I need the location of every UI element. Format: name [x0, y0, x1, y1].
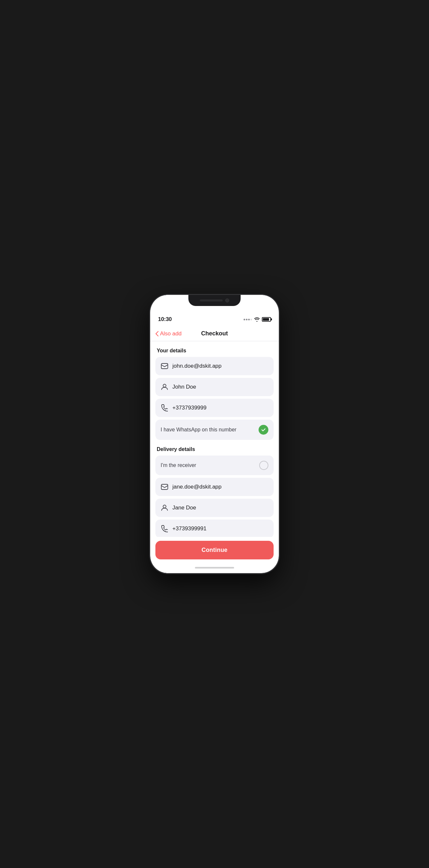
page-title: Checkout [201, 330, 228, 337]
notch [188, 295, 241, 306]
your-email-value: john.doe@dskit.app [173, 363, 268, 369]
delivery-phone-field[interactable]: +3739399991 [155, 520, 274, 537]
svg-rect-2 [161, 484, 168, 490]
home-indicator [150, 562, 279, 573]
your-phone-value: +3737939999 [173, 405, 268, 411]
your-name-field[interactable]: John Doe [155, 378, 274, 396]
status-icons [244, 317, 271, 322]
nav-header: Also add Checkout [150, 328, 279, 341]
notch-camera [225, 299, 229, 302]
whatsapp-toggle-label: I have WhatsApp on this number [161, 427, 258, 433]
your-name-value: John Doe [173, 384, 268, 390]
your-phone-field[interactable]: +3737939999 [155, 399, 274, 417]
phone-icon [161, 404, 168, 412]
notch-pill [200, 300, 223, 302]
svg-point-3 [163, 505, 166, 508]
person-icon [161, 383, 168, 391]
home-bar [195, 567, 234, 568]
back-button[interactable]: Also add [155, 331, 182, 337]
receiver-toggle-row[interactable]: I'm the receiver [155, 456, 274, 475]
delivery-email-value: jane.doe@dskit.app [173, 484, 268, 490]
delivery-email-icon [161, 483, 168, 491]
phone-frame: 10:30 [150, 295, 279, 573]
status-time: 10:30 [158, 316, 172, 323]
continue-button[interactable]: Continue [155, 541, 274, 559]
delivery-phone-icon [161, 525, 168, 533]
your-email-field[interactable]: john.doe@dskit.app [155, 357, 274, 375]
svg-point-1 [163, 384, 166, 387]
delivery-email-field[interactable]: jane.doe@dskit.app [155, 478, 274, 496]
whatsapp-toggle-checked [258, 425, 268, 435]
delivery-phone-value: +3739399991 [173, 525, 268, 532]
svg-rect-0 [161, 364, 168, 369]
battery-icon [262, 317, 271, 322]
delivery-name-field[interactable]: Jane Doe [155, 499, 274, 517]
status-bar: 10:30 [150, 311, 279, 328]
your-details-label: Your details [155, 348, 274, 354]
scroll-content: Your details john.doe@dskit.app [150, 341, 279, 537]
bottom-area: Continue [150, 537, 279, 562]
receiver-toggle-label: I'm the receiver [161, 462, 259, 468]
notch-area [150, 295, 279, 311]
signal-icon [244, 319, 252, 320]
phone-screen: 10:30 [150, 295, 279, 573]
whatsapp-toggle-row[interactable]: I have WhatsApp on this number [155, 420, 274, 440]
back-label: Also add [160, 331, 182, 337]
wifi-icon [254, 317, 260, 322]
delivery-name-value: Jane Doe [173, 504, 268, 511]
delivery-details-label: Delivery details [155, 446, 274, 452]
receiver-toggle-unchecked [259, 461, 268, 470]
delivery-person-icon [161, 504, 168, 512]
email-icon [161, 362, 168, 370]
